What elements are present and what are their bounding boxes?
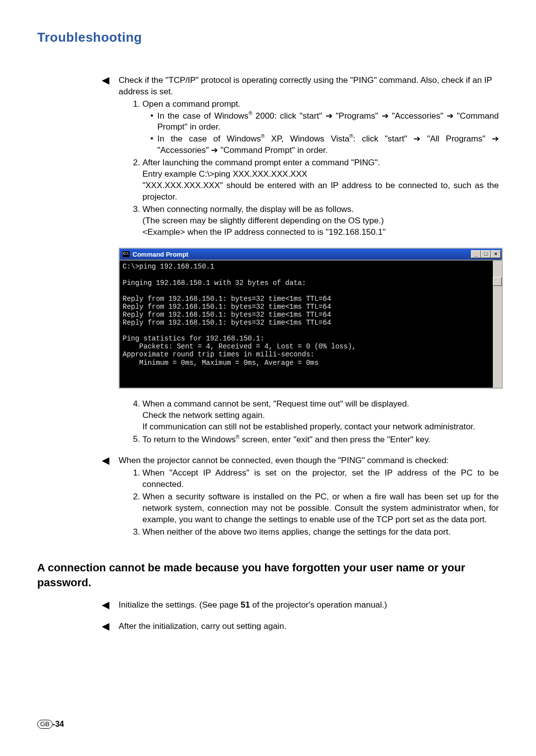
window-buttons: _ □ × bbox=[471, 250, 501, 258]
content-area: ◀ Check if the "TCP/IP" protocol is oper… bbox=[102, 75, 499, 632]
scroll-up-button[interactable]: ▴ bbox=[493, 277, 502, 286]
after-init-block: ◀ After the initialization, carry out se… bbox=[102, 621, 499, 632]
page: Troubleshooting ◀ Check if the "TCP/IP" … bbox=[0, 0, 536, 756]
page-footer: GB-34 bbox=[37, 720, 64, 729]
step-2: After launching the command prompt enter… bbox=[142, 157, 499, 203]
bullet-arrow-icon: ◀ bbox=[102, 75, 109, 85]
page-number: -34 bbox=[53, 720, 64, 728]
arrow-right-icon: ➔ bbox=[326, 111, 333, 120]
bullet-arrow-icon: ◀ bbox=[102, 621, 109, 631]
steps-list-2: When "Accept IP Address" is set on the p… bbox=[129, 468, 499, 538]
region-badge: GB bbox=[37, 720, 53, 729]
page-title: Troubleshooting bbox=[37, 30, 499, 45]
steps-list-1: Open a command prompt. In the case of Wi… bbox=[129, 99, 499, 238]
arrow-right-icon: ➔ bbox=[413, 134, 420, 143]
close-button[interactable]: × bbox=[491, 250, 501, 258]
init-settings-block: ◀ Initialize the settings. (See page 51 … bbox=[102, 600, 499, 611]
arrow-right-icon: ➔ bbox=[382, 111, 389, 120]
step-5: To return to the Windows® screen, enter … bbox=[142, 434, 499, 446]
s2-step-3: When neither of the above two items appl… bbox=[142, 527, 499, 538]
arrow-right-icon: ➔ bbox=[211, 145, 218, 155]
intro-text: Check if the "TCP/IP" protocol is operat… bbox=[119, 75, 499, 98]
bullet-arrow-icon: ◀ bbox=[102, 455, 109, 465]
check-tcpip-block: ◀ Check if the "TCP/IP" protocol is oper… bbox=[102, 75, 499, 445]
command-prompt-window: Command Prompt _ □ × C:\>ping 192.168.15… bbox=[119, 248, 503, 388]
step-1-bullet-1: In the case of Windows® 2000: click "sta… bbox=[150, 110, 499, 134]
maximize-button[interactable]: □ bbox=[481, 250, 491, 258]
bullet-arrow-icon: ◀ bbox=[102, 600, 109, 610]
step-3: When connecting normally, the display wi… bbox=[142, 204, 499, 238]
scrollbar[interactable]: ▴ bbox=[493, 261, 502, 387]
arrow-right-icon: ➔ bbox=[447, 111, 454, 120]
arrow-right-icon: ➔ bbox=[492, 134, 499, 143]
step-4: When a command cannot be sent, "Request … bbox=[142, 399, 499, 433]
command-prompt-titlebar: Command Prompt _ □ × bbox=[120, 249, 502, 260]
section2-intro: When the projector cannot be connected, … bbox=[119, 455, 499, 467]
s2-step-2: When a security software is installed on… bbox=[142, 491, 499, 526]
steps-list-1-cont: When a command cannot be sent, "Request … bbox=[129, 399, 499, 445]
minimize-button[interactable]: _ bbox=[471, 250, 481, 258]
command-prompt-title-text: Command Prompt bbox=[133, 250, 189, 259]
command-prompt-icon bbox=[123, 251, 130, 257]
command-prompt-body: C:\>ping 192.168.150.1 Pinging 192.168.1… bbox=[120, 260, 502, 387]
step-1: Open a command prompt. In the case of Wi… bbox=[142, 99, 499, 156]
page-ref: 51 bbox=[241, 600, 250, 610]
section-heading-forgot-password: A connection cannot be made because you … bbox=[37, 560, 499, 590]
s2-step-1: When "Accept IP Address" is set on the p… bbox=[142, 468, 499, 490]
step-1-bullet-2: In the case of Windows® XP, Windows Vist… bbox=[150, 133, 499, 156]
cannot-connect-block: ◀ When the projector cannot be connected… bbox=[102, 455, 499, 538]
